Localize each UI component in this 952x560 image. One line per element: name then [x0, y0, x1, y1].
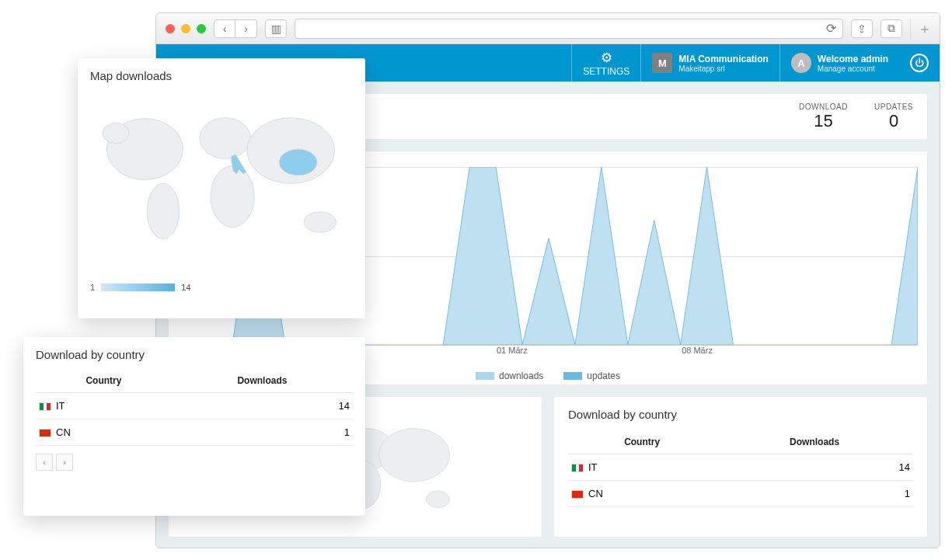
svg-point-8: [147, 183, 179, 238]
org-sub: Makeitapp srl: [678, 64, 769, 73]
world-map[interactable]: [90, 89, 353, 283]
user-block[interactable]: A Welcome admin Manage account: [779, 44, 888, 82]
svg-point-5: [426, 491, 449, 507]
minimize-icon[interactable]: [181, 24, 190, 33]
scale-min: 1: [90, 283, 95, 292]
flag-icon: [571, 464, 584, 472]
table-row: CN1: [36, 419, 353, 446]
x-tick: 01 März: [497, 346, 528, 355]
svg-point-4: [378, 429, 449, 482]
col-country: Country: [36, 369, 172, 393]
flag-icon: [571, 490, 584, 499]
kpi-value: 15: [799, 111, 848, 131]
table-row: IT14: [36, 393, 353, 419]
col-country: Country: [568, 430, 716, 454]
kpi-value: 0: [874, 111, 913, 131]
svg-point-10: [211, 166, 254, 228]
user-welcome: Welcome admin: [818, 54, 888, 64]
flag-icon: [39, 429, 51, 437]
browser-titlebar: ‹ › ▥ ⟳ ⇪ ⧉ ＋: [156, 13, 940, 44]
scale-bar: [101, 283, 175, 291]
logout-icon[interactable]: ⏻: [910, 54, 929, 72]
sidebar-toggle-icon[interactable]: ▥: [265, 19, 287, 38]
settings-block[interactable]: ⚙ SETTINGS: [571, 44, 629, 82]
tabs-icon[interactable]: ⧉: [881, 19, 902, 38]
pager: ‹ ›: [36, 454, 353, 471]
maximize-icon[interactable]: [197, 24, 206, 33]
card-title: Download by country: [36, 348, 353, 361]
traffic-lights: [166, 24, 206, 33]
col-downloads: Downloads: [716, 430, 913, 454]
share-icon[interactable]: ⇪: [851, 19, 873, 38]
scale-max: 14: [181, 283, 190, 292]
flag-icon: [39, 402, 51, 411]
svg-point-7: [103, 123, 129, 143]
kpi-label: DOWNLOAD: [799, 103, 848, 111]
kpi-download: DOWNLOAD 15: [799, 103, 848, 131]
pager-next[interactable]: ›: [56, 454, 73, 471]
map-scale: 1 14: [90, 283, 353, 292]
forward-button[interactable]: ›: [235, 19, 257, 38]
country-table: Country Downloads IT14CN1: [36, 369, 353, 446]
new-tab-button[interactable]: ＋: [910, 19, 930, 39]
panel-title: Download by country: [568, 408, 913, 421]
kpi-updates: UPDATES 0: [874, 103, 913, 131]
legend-updates: updates: [563, 370, 620, 381]
pager-prev[interactable]: ‹: [36, 454, 53, 471]
user-sub: Manage account: [818, 64, 888, 73]
avatar: A: [791, 53, 811, 73]
svg-point-9: [200, 118, 251, 159]
org-name: MIA Communication: [678, 54, 769, 64]
kpi-label: UPDATES: [874, 103, 913, 111]
close-icon[interactable]: [166, 24, 175, 33]
reload-icon[interactable]: ⟳: [826, 21, 836, 36]
settings-label: SETTINGS: [583, 66, 629, 77]
legend-downloads: downloads: [476, 370, 543, 381]
map-downloads-card: Map downloads 1 14: [78, 58, 365, 318]
col-downloads: Downloads: [172, 369, 353, 393]
card-title: Map downloads: [90, 69, 353, 82]
back-button[interactable]: ‹: [214, 19, 235, 38]
url-bar[interactable]: ⟳: [295, 19, 843, 39]
gear-icon: ⚙: [583, 50, 629, 66]
org-block[interactable]: M MIA Communication Makeitapp srl: [640, 44, 769, 82]
country-table: Country Downloads IT14CN1: [568, 430, 913, 507]
svg-point-13: [279, 149, 317, 176]
x-tick: 08 März: [682, 346, 713, 355]
country-panel-browser: Download by country Country Downloads IT…: [554, 397, 927, 537]
nav-back-forward: ‹ ›: [214, 19, 257, 38]
table-row: CN1: [568, 481, 913, 507]
table-row: IT14: [568, 454, 913, 481]
download-by-country-card: Download by country Country Downloads IT…: [23, 337, 365, 516]
org-badge: M: [652, 53, 672, 73]
svg-point-12: [304, 212, 336, 232]
